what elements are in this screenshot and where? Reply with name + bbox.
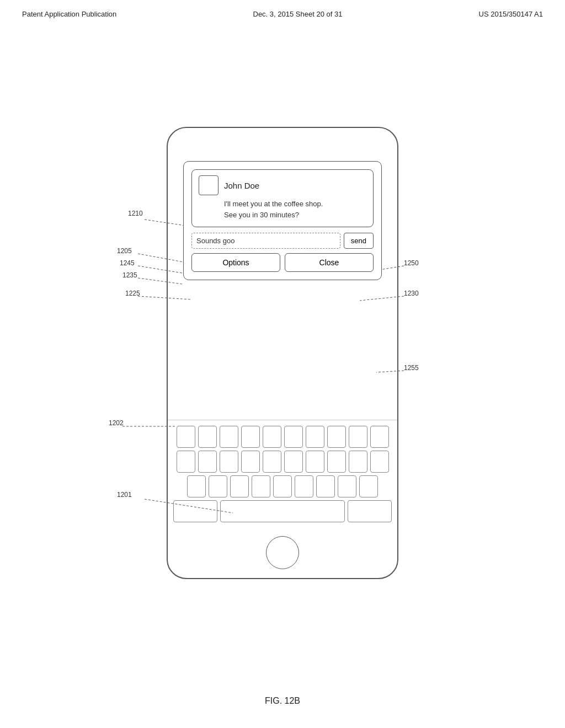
key[interactable] bbox=[370, 426, 389, 448]
key[interactable] bbox=[316, 475, 335, 497]
key[interactable] bbox=[284, 451, 303, 473]
key[interactable] bbox=[187, 475, 206, 497]
key[interactable] bbox=[198, 451, 217, 473]
key[interactable] bbox=[209, 475, 227, 497]
key[interactable] bbox=[327, 426, 346, 448]
keyboard-area bbox=[168, 420, 397, 528]
key[interactable] bbox=[327, 451, 346, 473]
key[interactable] bbox=[177, 426, 195, 448]
reply-input[interactable] bbox=[191, 233, 340, 249]
figure-caption: FIG. 12B bbox=[0, 696, 565, 706]
key[interactable] bbox=[220, 426, 238, 448]
label-1230: 1230 bbox=[404, 290, 419, 297]
send-button[interactable]: send bbox=[344, 233, 374, 249]
sender-row: John Doe bbox=[199, 175, 366, 195]
message-line1: I'll meet you at the coffee shop. bbox=[224, 200, 323, 208]
key-special-right[interactable] bbox=[348, 500, 392, 522]
key[interactable] bbox=[306, 426, 324, 448]
action-row: Options Close bbox=[191, 253, 374, 272]
keyboard-row-4 bbox=[173, 500, 392, 522]
label-1245: 1245 bbox=[120, 259, 135, 267]
key[interactable] bbox=[220, 451, 238, 473]
phone-outline: John Doe I'll meet you at the coffee sho… bbox=[167, 127, 398, 579]
label-1255: 1255 bbox=[404, 364, 419, 372]
key[interactable] bbox=[284, 426, 303, 448]
label-1210: 1210 bbox=[128, 210, 143, 217]
label-1225: 1225 bbox=[125, 290, 140, 297]
key[interactable] bbox=[177, 451, 195, 473]
key[interactable] bbox=[349, 426, 367, 448]
key[interactable] bbox=[241, 451, 260, 473]
diagram-area: John Doe I'll meet you at the coffee sho… bbox=[0, 39, 565, 673]
avatar bbox=[199, 175, 218, 195]
key-space[interactable] bbox=[220, 500, 345, 522]
key[interactable] bbox=[252, 475, 270, 497]
key[interactable] bbox=[198, 426, 217, 448]
notification-panel: John Doe I'll meet you at the coffee sho… bbox=[183, 161, 382, 280]
key[interactable] bbox=[349, 451, 367, 473]
key[interactable] bbox=[230, 475, 249, 497]
home-button[interactable] bbox=[266, 536, 299, 569]
key[interactable] bbox=[263, 426, 281, 448]
label-1235: 1235 bbox=[122, 271, 137, 279]
header-left: Patent Application Publication bbox=[22, 10, 116, 18]
key[interactable] bbox=[273, 475, 292, 497]
key[interactable] bbox=[295, 475, 313, 497]
key-special-left[interactable] bbox=[173, 500, 217, 522]
keyboard-row-2 bbox=[173, 451, 392, 473]
key[interactable] bbox=[370, 451, 389, 473]
key[interactable] bbox=[338, 475, 356, 497]
patent-header: Patent Application Publication Dec. 3, 2… bbox=[0, 0, 565, 18]
label-1250: 1250 bbox=[404, 259, 419, 267]
header-middle: Dec. 3, 2015 Sheet 20 of 31 bbox=[253, 10, 343, 18]
label-1201: 1201 bbox=[117, 491, 132, 499]
message-body: I'll meet you at the coffee shop. See yo… bbox=[224, 199, 366, 220]
options-button[interactable]: Options bbox=[191, 253, 280, 272]
key[interactable] bbox=[306, 451, 324, 473]
header-right: US 2015/350147 A1 bbox=[479, 10, 543, 18]
reply-row: send bbox=[191, 233, 374, 249]
label-1205: 1205 bbox=[117, 247, 132, 255]
close-button[interactable]: Close bbox=[285, 253, 374, 272]
message-line2: See you in 30 minutes? bbox=[224, 211, 299, 219]
keyboard-row-3 bbox=[173, 475, 392, 497]
keyboard-row-1 bbox=[173, 426, 392, 448]
sender-name: John Doe bbox=[224, 181, 259, 190]
key[interactable] bbox=[263, 451, 281, 473]
label-1202: 1202 bbox=[109, 419, 124, 427]
key[interactable] bbox=[241, 426, 260, 448]
key[interactable] bbox=[359, 475, 378, 497]
home-button-row bbox=[168, 536, 397, 569]
message-card: John Doe I'll meet you at the coffee sho… bbox=[191, 169, 374, 227]
